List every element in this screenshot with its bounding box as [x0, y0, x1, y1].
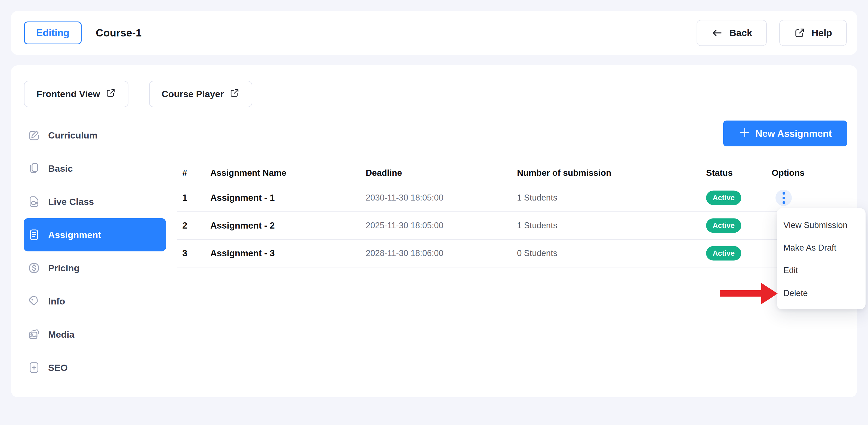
assignment-name: Assignment - 1	[210, 193, 275, 203]
status-cell: Active	[706, 246, 741, 261]
sidebar-item-basic[interactable]: Basic	[24, 152, 166, 185]
status-cell: Active	[706, 191, 741, 205]
row-options-kebab-menu[interactable]	[775, 190, 792, 206]
new-assignment-label: New Assignment	[755, 128, 832, 139]
header-actions: Back Help	[696, 20, 847, 46]
sidebar-item-label: Live Class	[48, 196, 94, 207]
table-row: 3 Assignment - 3 2028-11-30 18:06:00 0 S…	[177, 240, 847, 268]
frontend-view-label: Frontend View	[36, 89, 100, 99]
submission-count: 1 Students	[517, 193, 557, 203]
status-badge: Active	[706, 246, 741, 261]
menu-item-edit[interactable]: Edit	[783, 265, 861, 276]
table-header-row: # Assignment Name Deadline Number of sub…	[177, 162, 847, 184]
live-class-icon	[28, 195, 40, 208]
course-editor-panel: Frontend View Course Player Curriculum B…	[11, 65, 857, 397]
course-player-button[interactable]: Course Player	[149, 81, 252, 107]
sidebar-item-curriculum[interactable]: Curriculum	[24, 119, 166, 152]
course-player-label: Course Player	[162, 89, 224, 99]
curriculum-icon	[28, 129, 40, 142]
status-cell: Active	[706, 218, 741, 233]
page-title: Course-1	[96, 27, 142, 39]
submission-count: 1 Students	[517, 221, 557, 231]
dollar-icon	[28, 262, 40, 275]
external-link-icon	[105, 88, 116, 100]
sidebar-item-pricing[interactable]: Pricing	[24, 251, 166, 284]
col-header-submissions: Number of submission	[517, 168, 612, 178]
options-dropdown-menu: View Submission Make As Draft Edit Delet…	[777, 208, 866, 309]
assignment-name: Assignment - 2	[210, 220, 275, 231]
sidebar-item-assignment[interactable]: Assignment	[24, 218, 166, 251]
copy-icon	[28, 162, 40, 175]
assignment-name: Assignment - 3	[210, 248, 275, 259]
sidebar-item-label: SEO	[48, 362, 68, 373]
sidebar-item-label: Info	[48, 296, 65, 307]
table-row: 2 Assignment - 2 2025-11-30 18:05:00 1 S…	[177, 212, 847, 240]
tag-icon	[28, 295, 40, 308]
status-badge: Active	[706, 218, 741, 233]
course-section-nav: Curriculum Basic Live Class Assignment P…	[24, 119, 166, 384]
menu-item-make-as-draft[interactable]: Make As Draft	[783, 242, 861, 254]
submission-count: 0 Students	[517, 248, 557, 258]
col-header-options: Options	[772, 168, 805, 178]
col-header-name: Assignment Name	[210, 168, 286, 178]
sidebar-item-live-class[interactable]: Live Class	[24, 185, 166, 218]
sidebar-item-label: Curriculum	[48, 130, 97, 141]
menu-item-delete[interactable]: Delete	[783, 287, 861, 299]
plus-icon	[739, 126, 751, 141]
header-bar: Editing Course-1 Back Help	[11, 11, 857, 55]
help-label: Help	[811, 28, 832, 38]
sidebar-item-label: Basic	[48, 163, 73, 174]
external-link-icon	[229, 88, 240, 100]
deadline-value: 2030-11-30 18:05:00	[366, 193, 443, 203]
sidebar-item-media[interactable]: Media	[24, 318, 166, 351]
sidebar-item-label: Assignment	[48, 230, 101, 240]
row-index: 1	[182, 193, 187, 203]
help-button[interactable]: Help	[779, 20, 847, 46]
table-row: 1 Assignment - 1 2030-11-30 18:05:00 1 S…	[177, 184, 847, 212]
frontend-view-button[interactable]: Frontend View	[24, 81, 128, 107]
back-label: Back	[729, 28, 752, 38]
row-index: 2	[182, 220, 187, 231]
assignment-icon	[28, 228, 40, 241]
col-header-index: #	[182, 168, 187, 178]
media-icon	[28, 328, 40, 341]
row-index: 3	[182, 248, 187, 259]
col-header-deadline: Deadline	[366, 168, 402, 178]
sidebar-item-seo[interactable]: SEO	[24, 351, 166, 384]
external-link-icon	[794, 27, 805, 39]
col-header-status: Status	[706, 168, 733, 178]
arrow-left-icon	[711, 27, 723, 39]
back-button[interactable]: Back	[696, 20, 767, 46]
sidebar-item-label: Pricing	[48, 263, 80, 273]
menu-item-view-submission[interactable]: View Submission	[783, 219, 861, 231]
sidebar-item-label: Media	[48, 329, 74, 340]
new-assignment-button[interactable]: New Assignment	[723, 121, 847, 146]
seo-icon	[28, 361, 40, 374]
assignments-table: # Assignment Name Deadline Number of sub…	[177, 162, 847, 268]
deadline-value: 2028-11-30 18:06:00	[366, 248, 443, 258]
status-badge: Active	[706, 191, 741, 205]
editing-status-badge[interactable]: Editing	[24, 22, 82, 44]
deadline-value: 2025-11-30 18:05:00	[366, 221, 443, 231]
sidebar-item-info[interactable]: Info	[24, 284, 166, 318]
